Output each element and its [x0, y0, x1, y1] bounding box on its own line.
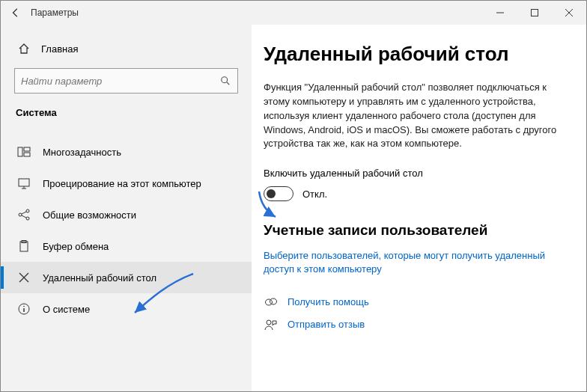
- home-label: Главная: [41, 43, 78, 55]
- nav-item-multitasking[interactable]: Многозадачность: [1, 136, 252, 168]
- remote-desktop-icon: [16, 269, 32, 286]
- back-button[interactable]: [1, 1, 31, 25]
- accounts-heading: Учетные записи пользователей: [264, 222, 564, 239]
- toggle-knob: [267, 189, 276, 198]
- svg-point-16: [266, 299, 273, 305]
- help-link: Получить помощь: [288, 296, 369, 307]
- page-description: Функция "Удаленный рабочий стол" позволя…: [264, 81, 564, 151]
- nav-item-label: Проецирование на этот компьютер: [43, 178, 201, 189]
- help-icon: [264, 295, 279, 310]
- home-nav[interactable]: Главная: [1, 38, 252, 59]
- search-box[interactable]: [14, 68, 238, 94]
- nav-item-label: О системе: [43, 304, 90, 315]
- svg-point-10: [26, 217, 29, 220]
- search-input[interactable]: [21, 76, 219, 87]
- toggle-state-label: Откл.: [302, 189, 327, 200]
- about-icon: [16, 301, 32, 317]
- feedback-link: Отправить отзыв: [288, 319, 365, 330]
- nav-item-label: Буфер обмена: [43, 241, 109, 252]
- nav-list: Многозадачность Проецирование на этот ко…: [1, 136, 252, 325]
- nav-item-label: Многозадачность: [43, 147, 121, 158]
- nav-item-projecting[interactable]: Проецирование на этот компьютер: [1, 168, 252, 199]
- svg-point-8: [19, 213, 22, 216]
- close-button[interactable]: [552, 1, 586, 25]
- home-icon: [16, 43, 32, 55]
- select-users-link[interactable]: Выберите пользователей, которые могут по…: [264, 249, 564, 276]
- nav-item-shared-experiences[interactable]: Общие возможности: [1, 199, 252, 230]
- svg-line-3: [227, 82, 230, 85]
- toggle-caption: Включить удаленный рабочий стол: [264, 168, 564, 179]
- svg-point-15: [23, 306, 25, 307]
- svg-rect-7: [19, 179, 29, 186]
- svg-point-2: [222, 77, 228, 83]
- svg-rect-1: [532, 10, 538, 16]
- nav-item-clipboard[interactable]: Буфер обмена: [1, 230, 252, 262]
- nav-item-remote-desktop[interactable]: Удаленный рабочий стол: [1, 262, 252, 293]
- feedback-icon: [264, 317, 279, 332]
- get-help-row[interactable]: Получить помощь: [264, 295, 564, 310]
- feedback-row[interactable]: Отправить отзыв: [264, 317, 564, 332]
- svg-point-18: [267, 320, 271, 325]
- nav-item-label: Удаленный рабочий стол: [43, 272, 156, 284]
- svg-point-9: [26, 209, 29, 212]
- multitasking-icon: [16, 144, 32, 160]
- content-pane: Удаленный рабочий стол Функция "Удаленны…: [252, 25, 586, 391]
- svg-rect-4: [18, 147, 22, 156]
- svg-rect-6: [24, 153, 30, 156]
- remote-desktop-toggle[interactable]: [264, 186, 294, 201]
- nav-item-about[interactable]: О системе: [1, 293, 252, 325]
- sidebar: Главная Система Многозадачность Проециро…: [1, 25, 252, 391]
- nav-item-label: Общие возможности: [43, 209, 136, 221]
- page-title: Удаленный рабочий стол: [264, 43, 564, 66]
- svg-rect-5: [24, 147, 30, 151]
- minimize-button[interactable]: [483, 1, 517, 25]
- maximize-button[interactable]: [517, 1, 552, 25]
- clipboard-icon: [16, 238, 32, 254]
- category-heading: Система: [1, 107, 252, 126]
- shared-icon: [16, 206, 32, 223]
- search-icon: [219, 75, 231, 87]
- window-title: Параметры: [31, 7, 79, 18]
- svg-point-17: [270, 298, 277, 304]
- projecting-icon: [16, 175, 32, 192]
- titlebar: Параметры: [1, 1, 586, 25]
